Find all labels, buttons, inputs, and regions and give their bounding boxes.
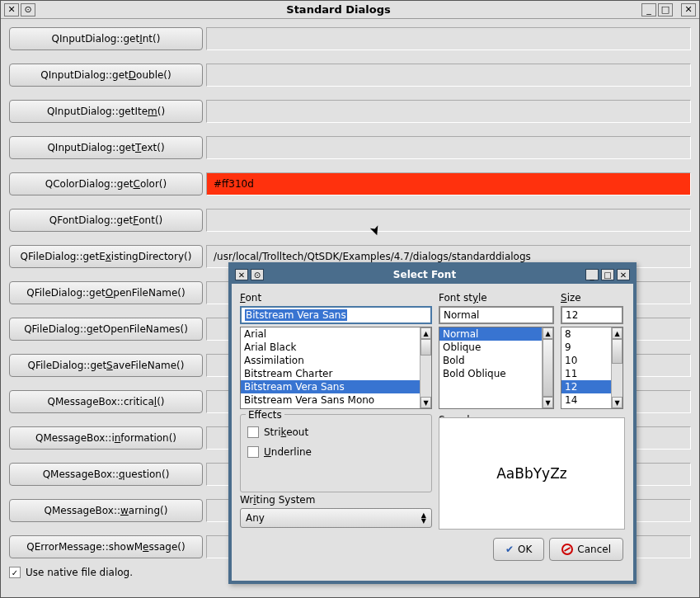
sample-group: Sample AaBbYyZz bbox=[439, 414, 625, 530]
close-button[interactable]: ✕ bbox=[681, 3, 696, 16]
result-field bbox=[206, 209, 691, 232]
list-item[interactable]: 11 bbox=[561, 367, 611, 380]
font-list[interactable]: ArialArial BlackAssimilationBitstream Ch… bbox=[241, 327, 420, 408]
font-style-input[interactable]: Normal bbox=[439, 306, 554, 324]
list-item[interactable]: Arial Black bbox=[241, 341, 420, 354]
font-label: Font bbox=[240, 292, 432, 304]
result-field bbox=[206, 64, 691, 87]
chevron-down-icon: ▼ bbox=[421, 518, 426, 524]
list-item[interactable]: 9 bbox=[561, 341, 611, 354]
font-scrollbar[interactable]: ▲ ▼ bbox=[420, 327, 431, 408]
size-list[interactable]: 8910111214 bbox=[561, 327, 611, 408]
strikeout-label: Strikeout bbox=[264, 426, 308, 438]
scroll-down-icon[interactable]: ▼ bbox=[420, 397, 431, 408]
font-dialog: ✕ ⊙ Select Font _ □ ✕ Font Bitstream Ver… bbox=[228, 262, 637, 584]
dialog-button[interactable]: QInputDialog::getText() bbox=[9, 136, 203, 159]
result-field bbox=[206, 100, 691, 123]
native-dialog-label: Use native file dialog. bbox=[26, 567, 133, 578]
dialog-button[interactable]: QInputDialog::getInt() bbox=[9, 27, 203, 50]
dialog-button[interactable]: QMessageBox::question() bbox=[9, 463, 203, 486]
list-item[interactable]: Oblique bbox=[439, 341, 542, 354]
font-style-label: Font style bbox=[439, 292, 554, 304]
dialog-button[interactable]: QFileDialog::getExistingDirectory() bbox=[9, 245, 203, 268]
size-label: Size bbox=[561, 292, 623, 304]
checkmark-icon: ✔ bbox=[505, 544, 514, 555]
list-item[interactable]: Bitstream Charter bbox=[241, 367, 420, 380]
font-input[interactable]: Bitstream Vera Sans bbox=[240, 306, 432, 324]
ok-button[interactable]: ✔ OK bbox=[493, 538, 544, 561]
cancel-button[interactable]: Cancel bbox=[549, 538, 623, 561]
list-item[interactable]: 12 bbox=[561, 380, 611, 393]
writing-system-combo[interactable]: Any ▲▼ bbox=[240, 508, 432, 528]
list-item[interactable]: Assimilation bbox=[241, 354, 420, 367]
scroll-down-icon[interactable]: ▼ bbox=[612, 397, 622, 408]
dialog-button[interactable]: QFontDialog::getFont() bbox=[9, 209, 203, 232]
result-field bbox=[206, 27, 691, 50]
dialog-button[interactable]: QColorDialog::getColor() bbox=[9, 172, 203, 195]
scroll-up-icon[interactable]: ▲ bbox=[543, 327, 553, 339]
result-field bbox=[206, 136, 691, 159]
dialog-button[interactable]: QMessageBox::warning() bbox=[9, 499, 203, 522]
dialog-button[interactable]: QInputDialog::getItem() bbox=[9, 100, 203, 123]
fd-pin-icon[interactable]: ⊙ bbox=[251, 269, 264, 280]
font-dialog-title: Select Font bbox=[266, 269, 583, 280]
result-field: #ff310d bbox=[206, 172, 691, 195]
native-dialog-checkbox[interactable]: ✓ bbox=[9, 567, 21, 578]
list-item[interactable]: Normal bbox=[439, 327, 542, 341]
fd-maximize-button[interactable]: □ bbox=[601, 269, 614, 280]
minimize-button[interactable]: _ bbox=[641, 3, 656, 16]
dialog-button[interactable]: QFileDialog::getOpenFileNames() bbox=[9, 318, 203, 341]
main-titlebar: ✕ ⊙ Standard Dialogs _ □ ✕ bbox=[1, 1, 699, 19]
effects-label: Effects bbox=[246, 409, 284, 421]
strikeout-checkbox[interactable] bbox=[247, 426, 259, 438]
fd-minimize-button[interactable]: _ bbox=[585, 269, 599, 280]
list-item[interactable]: Bitstream Vera Sans Mono bbox=[241, 393, 420, 407]
fd-app-menu-icon[interactable]: ✕ bbox=[235, 269, 248, 280]
list-item[interactable]: 8 bbox=[561, 327, 611, 341]
pin-icon[interactable]: ⊙ bbox=[21, 3, 35, 16]
style-scrollbar[interactable]: ▲ ▼ bbox=[542, 327, 553, 408]
scroll-down-icon[interactable]: ▼ bbox=[543, 397, 553, 408]
app-menu-icon[interactable]: ✕ bbox=[4, 3, 19, 16]
dialog-button[interactable]: QMessageBox::information() bbox=[9, 426, 203, 450]
dialog-button[interactable]: QFileDialog::getSaveFileName() bbox=[9, 354, 203, 377]
sample-preview: AaBbYyZz bbox=[439, 417, 625, 530]
font-style-list[interactable]: NormalObliqueBoldBold Oblique bbox=[439, 327, 542, 408]
list-item[interactable]: Arial bbox=[241, 327, 420, 341]
cancel-icon bbox=[561, 544, 573, 555]
size-scrollbar[interactable]: ▲ ▼ bbox=[611, 327, 622, 408]
fd-close-button[interactable]: ✕ bbox=[617, 269, 630, 280]
scroll-up-icon[interactable]: ▲ bbox=[612, 327, 622, 339]
list-item[interactable]: 10 bbox=[561, 354, 611, 367]
list-item[interactable]: Bold bbox=[439, 354, 542, 367]
font-dialog-titlebar: ✕ ⊙ Select Font _ □ ✕ bbox=[232, 266, 633, 284]
list-item[interactable]: Bitstream Vera Sans bbox=[241, 380, 420, 393]
writing-system-label: Writing System bbox=[240, 494, 432, 506]
list-item[interactable]: Bold Oblique bbox=[439, 367, 542, 380]
underline-label: Underline bbox=[264, 446, 312, 458]
maximize-button[interactable]: □ bbox=[658, 3, 673, 16]
underline-checkbox[interactable] bbox=[247, 446, 259, 458]
dialog-button[interactable]: QInputDialog::getDouble() bbox=[9, 64, 203, 87]
dialog-button[interactable]: QErrorMessage::showMessage() bbox=[9, 535, 203, 558]
dialog-button[interactable]: QFileDialog::getOpenFileName() bbox=[9, 281, 203, 304]
window-title: Standard Dialogs bbox=[37, 3, 640, 16]
scroll-up-icon[interactable]: ▲ bbox=[420, 327, 431, 339]
size-input[interactable]: 12 bbox=[561, 306, 623, 324]
dialog-button[interactable]: QMessageBox::critical() bbox=[9, 390, 203, 413]
list-item[interactable]: 14 bbox=[561, 393, 611, 407]
effects-group: Effects Strikeout Underline bbox=[240, 414, 432, 492]
